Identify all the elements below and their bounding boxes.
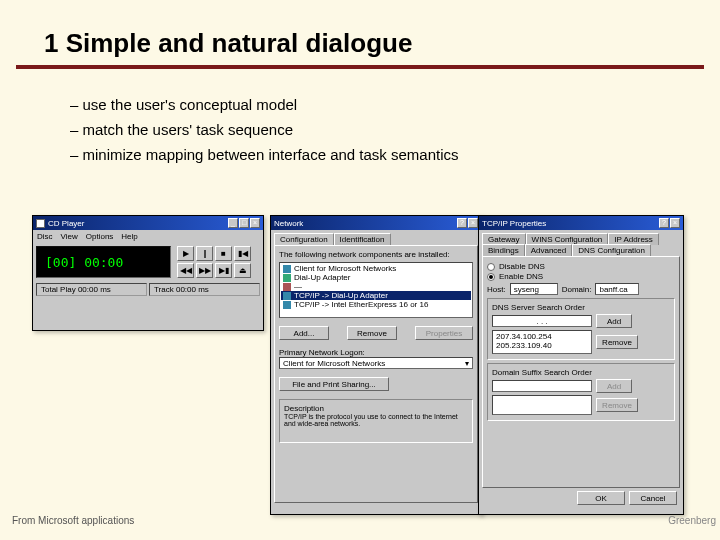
components-list[interactable]: Client for Microsoft Networks Dial-Up Ad… <box>279 262 473 318</box>
close-button[interactable]: × <box>250 218 260 228</box>
ip-input[interactable]: . . . <box>492 315 592 327</box>
logon-select[interactable]: Client for Microsoft Networks▾ <box>279 357 473 369</box>
menubar: Disc View Options Help <box>33 230 263 243</box>
maximize-button[interactable]: □ <box>239 218 249 228</box>
window-title: CD Player <box>48 219 84 228</box>
window-title: Network <box>274 219 303 228</box>
prev-track-button[interactable]: ▮◀ <box>234 246 251 261</box>
tab-dns[interactable]: DNS Configuration <box>572 244 651 256</box>
suffix-search-label: Domain Suffix Search Order <box>492 368 592 377</box>
bullet-item: use the user's conceptual model <box>70 93 720 118</box>
slide-title: 1 Simple and natural dialogue <box>16 0 704 69</box>
enable-dns-radio[interactable]: Enable DNS <box>487 272 675 281</box>
add-button[interactable]: Add <box>596 314 632 328</box>
titlebar: CD Player _ □ × <box>33 216 263 230</box>
domain-label: Domain: <box>562 285 592 294</box>
titlebar: Network ? × <box>271 216 481 230</box>
help-button[interactable]: ? <box>457 218 467 228</box>
list-item[interactable]: Dial-Up Adapter <box>294 273 350 282</box>
adapter-icon <box>283 283 291 291</box>
list-item[interactable]: TCP/IP -> Dial-Up Adapter <box>294 291 388 300</box>
eject-button[interactable]: ⏏ <box>234 263 251 278</box>
list-item[interactable]: 207.34.100.254 <box>494 332 590 341</box>
cdplayer-window: CD Player _ □ × Disc View Options Help [… <box>32 215 264 331</box>
disable-dns-radio[interactable]: Disable DNS <box>487 262 675 271</box>
add-button: Add <box>596 379 632 393</box>
statusbar: Total Play 00:00 ms Track 00:00 ms <box>33 281 263 298</box>
components-label: The following network components are ins… <box>279 250 473 259</box>
logon-value: Client for Microsoft Networks <box>283 359 385 367</box>
time-display: [00] 00:00 <box>36 246 171 278</box>
radio-label: Enable DNS <box>499 272 543 281</box>
radio-icon <box>487 273 495 281</box>
minimize-button[interactable]: _ <box>228 218 238 228</box>
client-icon <box>283 265 291 273</box>
disc-icon <box>36 219 45 228</box>
tcpip-window: TCP/IP Properties ? × Gateway WINS Confi… <box>478 215 684 515</box>
host-label: Host: <box>487 285 506 294</box>
menu-view[interactable]: View <box>61 232 78 241</box>
tab-configuration[interactable]: Configuration <box>274 233 334 245</box>
tab-bindings[interactable]: Bindings <box>482 244 525 256</box>
domain-input[interactable]: banff.ca <box>595 283 639 295</box>
adapter-icon <box>283 274 291 282</box>
ok-button[interactable]: OK <box>577 491 625 505</box>
file-print-sharing-button[interactable]: File and Print Sharing... <box>279 377 389 391</box>
bullet-item: minimize mapping between interface and t… <box>70 143 720 168</box>
close-button[interactable]: × <box>670 218 680 228</box>
play-button[interactable]: ▶ <box>177 246 194 261</box>
description-label: Description <box>284 404 324 413</box>
footer-source: From Microsoft applications <box>12 515 134 526</box>
menu-help[interactable]: Help <box>121 232 137 241</box>
logon-label: Primary Network Logon: <box>279 348 473 357</box>
radio-icon <box>487 263 495 271</box>
help-button[interactable]: ? <box>659 218 669 228</box>
ffwd-button[interactable]: ▶▶ <box>196 263 213 278</box>
status-total: Total Play 00:00 ms <box>36 283 147 296</box>
footer-author: Greenberg <box>668 515 716 526</box>
dropdown-icon: ▾ <box>465 359 469 367</box>
status-track: Track 00:00 ms <box>149 283 260 296</box>
remove-button: Remove <box>596 398 638 412</box>
protocol-icon <box>283 301 291 309</box>
close-button[interactable]: × <box>468 218 478 228</box>
remove-button[interactable]: Remove <box>347 326 397 340</box>
stop-button[interactable]: ■ <box>215 246 232 261</box>
list-item[interactable]: 205.233.109.40 <box>494 341 590 350</box>
network-window: Network ? × Configuration Identification… <box>270 215 482 515</box>
titlebar: TCP/IP Properties ? × <box>479 216 683 230</box>
tab-advanced[interactable]: Advanced <box>525 244 573 256</box>
list-item[interactable]: Client for Microsoft Networks <box>294 264 396 273</box>
properties-button: Properties <box>415 326 473 340</box>
suffix-list[interactable] <box>492 395 592 415</box>
bullet-item: match the users' task sequence <box>70 118 720 143</box>
add-button[interactable]: Add... <box>279 326 329 340</box>
dns-search-label: DNS Server Search Order <box>492 303 585 312</box>
window-title: TCP/IP Properties <box>482 219 546 228</box>
description-text: TCP/IP is the protocol you use to connec… <box>284 413 468 427</box>
list-item[interactable]: — <box>294 282 302 291</box>
bullet-list: use the user's conceptual model match th… <box>70 93 720 167</box>
host-input[interactable]: syseng <box>510 283 558 295</box>
suffix-input[interactable] <box>492 380 592 392</box>
dns-server-list[interactable]: 207.34.100.254 205.233.109.40 <box>492 330 592 354</box>
next-track-button[interactable]: ▶▮ <box>215 263 232 278</box>
radio-label: Disable DNS <box>499 262 545 271</box>
pause-button[interactable]: ‖ <box>196 246 213 261</box>
list-item[interactable]: TCP/IP -> Intel EtherExpress 16 or 16 <box>294 300 428 309</box>
cancel-button[interactable]: Cancel <box>629 491 677 505</box>
remove-button[interactable]: Remove <box>596 335 638 349</box>
protocol-icon <box>283 292 291 300</box>
menu-options[interactable]: Options <box>86 232 114 241</box>
tab-identification[interactable]: Identification <box>334 233 391 245</box>
menu-disc[interactable]: Disc <box>37 232 53 241</box>
rewind-button[interactable]: ◀◀ <box>177 263 194 278</box>
